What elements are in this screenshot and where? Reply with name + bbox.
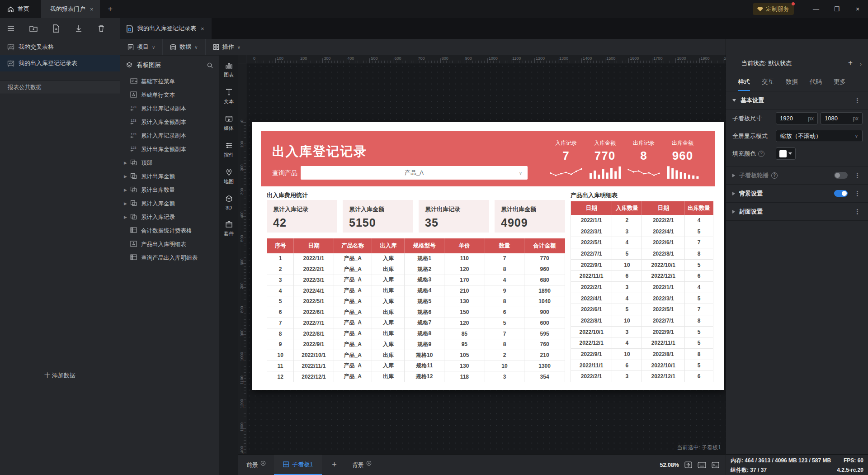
- expand-caret-icon[interactable]: ▶: [124, 174, 130, 179]
- layer-item[interactable]: ▶累计出库金额: [120, 170, 219, 183]
- expand-caret-icon[interactable]: ▶: [124, 188, 130, 192]
- carousel-section-header[interactable]: 子看板轮播 ? ⋮: [726, 166, 868, 185]
- strip-item-kit[interactable]: 套件: [224, 220, 234, 237]
- table-row[interactable]: 32022/3/1产品_A入库规格31704680: [267, 275, 565, 286]
- inout-record-table[interactable]: 序号日期产品名称出入库规格型号单价数量合计金额12022/1/1产品_A入库规格…: [267, 238, 565, 382]
- strip-item-map[interactable]: 地图: [224, 168, 234, 185]
- kebab-menu-icon[interactable]: ⋮: [852, 191, 863, 196]
- inspector-tab-4[interactable]: 代码: [810, 73, 822, 91]
- inspector-tab-2[interactable]: 交互: [762, 73, 774, 91]
- dashboard-page[interactable]: 出入库登记记录 查询产品 产品_A ∨ 入库记录7入库金额770出库记录8出库金…: [252, 122, 724, 390]
- add-subboard-button[interactable]: +: [322, 455, 347, 475]
- canvas-content[interactable]: 出入库登记记录 查询产品 产品_A ∨ 入库记录7入库金额770出库记录8出库金…: [246, 63, 726, 454]
- strip-item-widget[interactable]: 控件: [224, 142, 234, 158]
- table-row[interactable]: 2022/12/142022/11/15: [571, 337, 713, 349]
- product-detail-table[interactable]: 日期入库数量日期出库数量2022/1/122022/2/142022/3/132…: [571, 201, 713, 382]
- kebab-menu-icon[interactable]: ⋮: [852, 98, 863, 103]
- table-row[interactable]: 2022/9/1102022/8/18: [571, 349, 713, 360]
- table-row[interactable]: 2022/10/132022/9/15: [571, 327, 713, 338]
- document-tab[interactable]: 我的出入库登记记录表 ×: [120, 18, 212, 39]
- table-row[interactable]: 72022/7/1产品_A入库规格71205600: [267, 318, 565, 329]
- background-section-header[interactable]: 背景设置 ⋮: [726, 185, 868, 203]
- fill-color-picker[interactable]: [776, 147, 796, 160]
- table-row[interactable]: 92022/9/1产品_A入库规格9958760: [267, 339, 565, 350]
- help-icon[interactable]: ?: [771, 172, 778, 179]
- table-row[interactable]: 2022/8/1102022/7/18: [571, 315, 713, 327]
- expand-caret-icon[interactable]: ▶: [124, 215, 130, 219]
- layer-item[interactable]: ▶顶部: [120, 156, 219, 170]
- table-row[interactable]: 2022/2/132022/1/14: [571, 282, 713, 293]
- new-tab-button[interactable]: +: [100, 0, 121, 18]
- table-row[interactable]: 52022/5/1产品_A入库规格513081040: [267, 296, 565, 307]
- table-row[interactable]: 2022/5/142022/6/17: [571, 237, 713, 248]
- home-tab[interactable]: 首页: [0, 0, 41, 18]
- strip-item-chart[interactable]: 图表: [224, 62, 234, 78]
- table-row[interactable]: 12022/1/1产品_A入库规格11107770: [267, 253, 565, 264]
- terminal-icon[interactable]: [712, 462, 719, 468]
- carousel-toggle[interactable]: [834, 172, 848, 179]
- delete-icon[interactable]: [97, 24, 106, 33]
- inspector-tab-1[interactable]: 样式: [738, 73, 750, 91]
- table-row[interactable]: 2022/1/122022/2/14: [571, 215, 713, 226]
- background-toggle[interactable]: [834, 190, 848, 197]
- height-input[interactable]: 1080 px: [821, 112, 863, 124]
- table-row[interactable]: 112022/11/1产品_A入库规格11130101300: [267, 361, 565, 372]
- layer-item[interactable]: 123累计入库金额副本: [120, 115, 219, 129]
- strip-item-textT[interactable]: 文本: [224, 88, 234, 105]
- layer-item[interactable]: ▶累计入库金额: [120, 197, 219, 210]
- new-folder-icon[interactable]: [29, 24, 38, 33]
- layer-item[interactable]: 基础单行文本: [120, 88, 219, 102]
- width-input[interactable]: 1920 px: [776, 112, 818, 124]
- table-row[interactable]: 2022/11/162022/10/15: [571, 360, 713, 371]
- table-row[interactable]: 2022/4/142022/3/15: [571, 293, 713, 304]
- search-icon[interactable]: [207, 62, 213, 69]
- menu-data[interactable]: 数据∨: [163, 39, 205, 55]
- layer-item[interactable]: ▶累计入库记录: [120, 210, 219, 224]
- cover-section-header[interactable]: 封面设置 ⋮: [726, 203, 868, 221]
- circle-plus-icon[interactable]: [366, 461, 372, 466]
- table-row[interactable]: 2022/6/152022/5/17: [571, 304, 713, 315]
- add-data-button[interactable]: 十 添加数据: [0, 371, 120, 380]
- strip-item-cube[interactable]: 3D: [225, 195, 233, 210]
- layer-item[interactable]: 产品出入库明细表: [120, 238, 219, 251]
- new-file-icon[interactable]: [52, 24, 61, 33]
- table-row[interactable]: 62022/6/1产品_A出库规格61506900: [267, 307, 565, 318]
- dashboard-banner[interactable]: 出入库登记记录 查询产品 产品_A ∨ 入库记录7入库金额770出库记录8出库金…: [261, 131, 715, 186]
- table-row[interactable]: 122022/12/1产品_A出库规格121183354: [267, 371, 565, 382]
- table-row[interactable]: 2022/3/132022/4/15: [571, 226, 713, 238]
- layer-item[interactable]: ▶累计出库数量: [120, 183, 219, 197]
- layer-item[interactable]: 123累计入库记录副本: [120, 129, 219, 142]
- table-row[interactable]: 2022/7/152022/8/18: [571, 248, 713, 260]
- menu-icon[interactable]: [6, 24, 15, 33]
- expand-states-icon[interactable]: ›: [860, 61, 862, 67]
- kebab-menu-icon[interactable]: ⋮: [852, 209, 863, 214]
- public-data-section-header[interactable]: 报表公共数据: [0, 81, 120, 94]
- table-row[interactable]: 2022/2/132022/12/16: [571, 371, 713, 382]
- subboard-tab[interactable]: 子看板1: [274, 455, 322, 475]
- portal-tab-close-icon[interactable]: ×: [90, 6, 94, 13]
- table-row[interactable]: 102022/10/1产品_A出库规格101052210: [267, 350, 565, 361]
- menu-ops[interactable]: 操作∨: [206, 39, 248, 55]
- layer-item[interactable]: 合计数据统计费表格: [120, 224, 219, 238]
- fit-screen-icon[interactable]: [684, 461, 692, 468]
- inspector-tab-3[interactable]: 数据: [786, 73, 798, 91]
- download-icon[interactable]: [74, 24, 83, 33]
- table-row[interactable]: 22022/2/1产品_A出库规格21208960: [267, 264, 565, 275]
- fullscreen-mode-select[interactable]: 缩放（不滚动） ∨: [776, 130, 863, 142]
- sidebar-item[interactable]: 我的出入库登记记录表: [0, 55, 120, 71]
- kebab-menu-icon[interactable]: ⋮: [852, 173, 863, 178]
- layer-item[interactable]: 123累计出库金额副本: [120, 142, 219, 156]
- table-row[interactable]: 82022/8/1产品_A出库规格8857595: [267, 328, 565, 339]
- inspector-tab-5[interactable]: 更多: [834, 73, 846, 91]
- menu-doc[interactable]: 项目∨: [120, 39, 163, 55]
- layer-item[interactable]: 查询产品出入库明细表: [120, 251, 219, 265]
- custom-service-badge[interactable]: 定制服务: [753, 3, 794, 15]
- portal-tab[interactable]: 我的报表门户 ×: [41, 0, 100, 18]
- table-row[interactable]: 2022/11/162022/12/16: [571, 271, 713, 282]
- keyboard-icon[interactable]: [698, 462, 706, 468]
- expand-caret-icon[interactable]: ▶: [124, 201, 130, 206]
- document-tab-close-icon[interactable]: ×: [201, 25, 204, 32]
- layer-item[interactable]: 基础下拉菜单: [120, 75, 219, 88]
- expand-caret-icon[interactable]: ▶: [124, 161, 130, 165]
- zoom-level[interactable]: 52.08%: [660, 462, 679, 468]
